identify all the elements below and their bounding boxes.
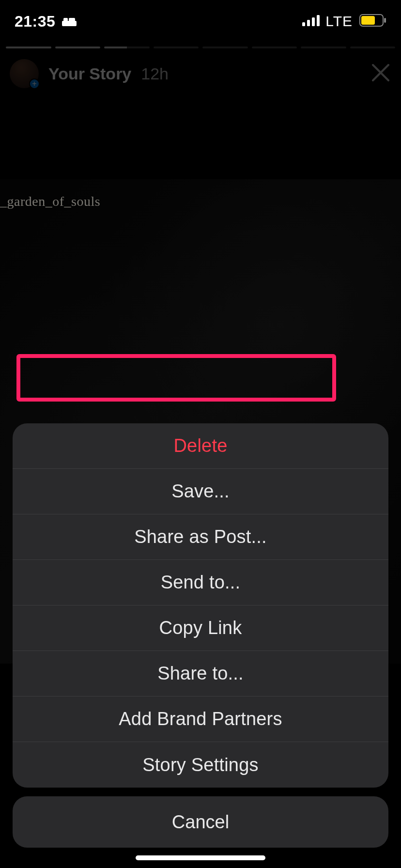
network-label: LTE: [325, 13, 353, 30]
signal-icon: [302, 15, 320, 28]
story-settings-option[interactable]: Story Settings: [13, 742, 388, 788]
do-not-disturb-icon: [62, 16, 77, 27]
share-as-post-option[interactable]: Share as Post...: [13, 514, 388, 560]
status-right: LTE: [302, 13, 386, 30]
svg-rect-2: [63, 18, 68, 21]
svg-rect-4: [302, 22, 305, 26]
action-sheet-main: Delete Save... Share as Post... Send to.…: [13, 423, 388, 788]
svg-rect-5: [307, 20, 310, 26]
share-to-option[interactable]: Share to...: [13, 651, 388, 697]
save-option[interactable]: Save...: [13, 469, 388, 514]
status-left: 21:35: [15, 13, 77, 31]
copy-link-option[interactable]: Copy Link: [13, 605, 388, 651]
action-sheet: Delete Save... Share as Post... Send to.…: [13, 423, 388, 848]
svg-rect-10: [384, 18, 386, 23]
battery-icon: [359, 14, 386, 29]
svg-rect-7: [317, 15, 320, 26]
home-indicator[interactable]: [136, 855, 265, 860]
add-brand-partners-option[interactable]: Add Brand Partners: [13, 697, 388, 742]
status-time: 21:35: [15, 13, 55, 31]
cancel-button[interactable]: Cancel: [13, 796, 388, 848]
send-to-option[interactable]: Send to...: [13, 560, 388, 605]
delete-option[interactable]: Delete: [13, 423, 388, 469]
svg-rect-3: [69, 18, 75, 21]
svg-rect-1: [62, 23, 77, 26]
status-bar: 21:35 LTE: [0, 0, 401, 43]
svg-rect-9: [361, 16, 375, 25]
svg-rect-6: [312, 17, 315, 26]
